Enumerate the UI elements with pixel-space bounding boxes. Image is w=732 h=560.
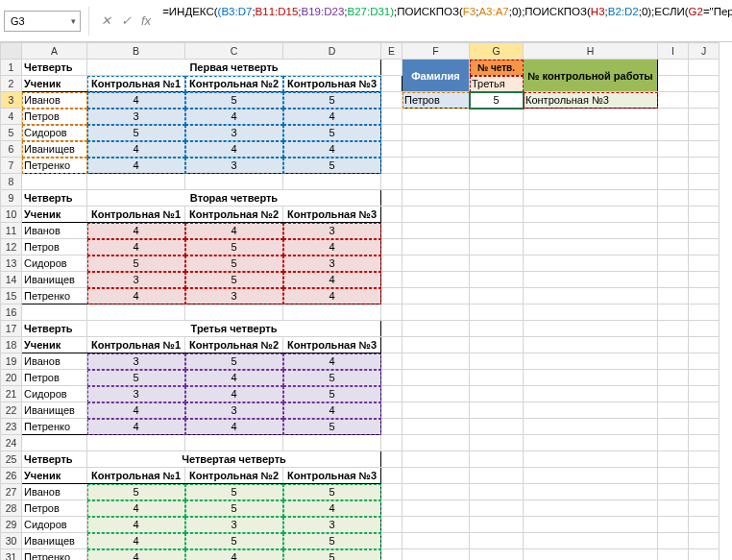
cell[interactable] <box>403 468 470 484</box>
cell[interactable] <box>658 337 689 353</box>
cell[interactable] <box>381 272 403 288</box>
cell[interactable]: Контрольная №2 <box>185 337 283 353</box>
cell[interactable] <box>470 272 524 288</box>
cell-A2[interactable]: Ученик <box>22 76 87 92</box>
col-header-C[interactable]: C <box>185 43 283 60</box>
cell[interactable] <box>689 549 720 561</box>
cell[interactable] <box>470 533 524 549</box>
cell[interactable] <box>403 517 470 533</box>
cell[interactable]: 4 <box>87 533 185 549</box>
cell[interactable]: Иванищев <box>22 402 87 419</box>
cell[interactable] <box>403 207 470 223</box>
cell[interactable] <box>381 174 403 190</box>
cell[interactable]: Ученик <box>22 337 87 353</box>
cell[interactable] <box>524 190 658 207</box>
cell[interactable]: Контрольная №3 <box>283 468 381 484</box>
cell[interactable] <box>403 288 470 304</box>
cell-B3[interactable]: 4 <box>87 92 185 109</box>
cell[interactable] <box>524 533 658 549</box>
cell[interactable] <box>403 321 470 337</box>
cell[interactable]: Петренко <box>22 549 87 561</box>
cell[interactable]: 4 <box>87 288 185 304</box>
cell-H3[interactable]: Контрольная №3 <box>524 92 658 109</box>
cell[interactable] <box>403 239 470 256</box>
cell[interactable] <box>403 402 470 419</box>
cell[interactable]: 4 <box>185 223 283 239</box>
cell[interactable] <box>381 239 403 256</box>
cell[interactable]: 4 <box>87 223 185 239</box>
cell[interactable]: 4 <box>185 419 283 435</box>
cell-F3[interactable]: Петров <box>403 92 470 109</box>
cell[interactable] <box>524 468 658 484</box>
cell[interactable]: 5 <box>87 370 185 386</box>
cell[interactable]: Петров <box>22 109 87 125</box>
cell[interactable]: Контрольная №3 <box>283 207 381 223</box>
cell[interactable] <box>403 190 470 207</box>
cell[interactable]: 5 <box>283 386 381 402</box>
cell[interactable] <box>524 125 658 141</box>
cell[interactable] <box>381 223 403 239</box>
cell-A3[interactable]: Иванов <box>22 92 87 109</box>
cell[interactable] <box>381 288 403 304</box>
cell[interactable]: 3 <box>185 517 283 533</box>
cell[interactable]: Петренко <box>22 158 87 174</box>
col-header-B[interactable]: B <box>87 43 185 60</box>
cell[interactable]: 3 <box>87 386 185 402</box>
cell[interactable] <box>658 419 689 435</box>
row-header[interactable]: 18 <box>1 337 22 353</box>
cell[interactable] <box>689 500 720 517</box>
cell[interactable] <box>658 239 689 256</box>
cell[interactable]: 4 <box>283 239 381 256</box>
cell[interactable] <box>403 223 470 239</box>
cell[interactable] <box>381 386 403 402</box>
cell[interactable]: Петров <box>22 239 87 256</box>
cell[interactable] <box>658 141 689 158</box>
cell[interactable] <box>403 141 470 158</box>
fx-icon[interactable]: fx <box>141 13 151 28</box>
row-header[interactable]: 20 <box>1 370 22 386</box>
cell[interactable] <box>470 517 524 533</box>
cell[interactable]: 4 <box>87 549 185 561</box>
cell[interactable] <box>658 500 689 517</box>
cell[interactable] <box>524 484 658 500</box>
row-header[interactable]: 23 <box>1 419 22 435</box>
cell[interactable] <box>403 158 470 174</box>
cell[interactable]: 5 <box>185 533 283 549</box>
cell-G3-active[interactable]: 5 <box>470 92 524 109</box>
col-header-E[interactable]: E <box>381 43 403 60</box>
cell[interactable] <box>381 468 403 484</box>
cell[interactable] <box>689 256 720 272</box>
col-header-H[interactable]: H <box>524 43 658 60</box>
cell[interactable] <box>381 304 403 321</box>
cell[interactable] <box>689 158 720 174</box>
cell[interactable]: Четверть <box>22 451 87 468</box>
cell[interactable] <box>470 190 524 207</box>
cell[interactable] <box>689 370 720 386</box>
cell[interactable]: 5 <box>185 500 283 517</box>
col-header-D[interactable]: D <box>283 43 381 60</box>
select-all-corner[interactable] <box>1 43 22 60</box>
row-header[interactable]: 30 <box>1 533 22 549</box>
cell-D2[interactable]: Контрольная №3 <box>283 76 381 92</box>
cell[interactable] <box>689 223 720 239</box>
row-header[interactable]: 11 <box>1 223 22 239</box>
cell[interactable] <box>403 109 470 125</box>
cell[interactable] <box>689 435 720 451</box>
cancel-icon[interactable]: ✕ <box>101 13 111 28</box>
cell[interactable] <box>658 190 689 207</box>
col-header-F[interactable]: F <box>403 43 470 60</box>
cell[interactable] <box>403 435 470 451</box>
row-header[interactable]: 12 <box>1 239 22 256</box>
cell[interactable]: 4 <box>283 109 381 125</box>
row-header[interactable]: 22 <box>1 402 22 419</box>
cell[interactable]: Четвертая четверть <box>87 451 381 468</box>
cell[interactable]: Петренко <box>22 419 87 435</box>
cell[interactable] <box>658 158 689 174</box>
cell[interactable] <box>689 125 720 141</box>
cell[interactable]: 4 <box>185 141 283 158</box>
cell[interactable] <box>689 288 720 304</box>
row-header[interactable]: 13 <box>1 256 22 272</box>
cell[interactable]: 3 <box>185 125 283 141</box>
cell[interactable]: 4 <box>87 517 185 533</box>
cell[interactable] <box>470 549 524 561</box>
